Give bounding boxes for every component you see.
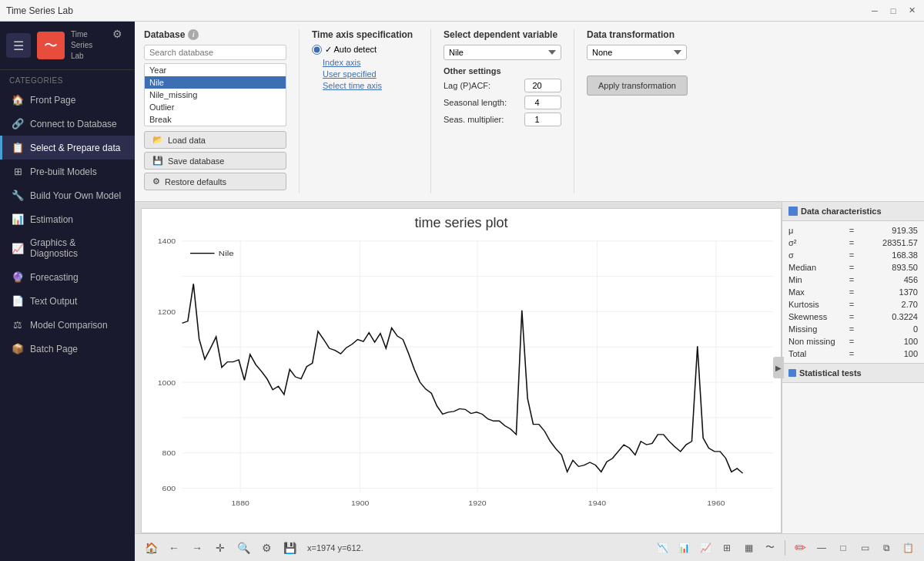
stat-non-missing: Non missing = 100 [782, 335, 924, 348]
sidebar-item-graphics-diag[interactable]: 📈 Graphics & Diagnostics [0, 231, 135, 265]
dependent-variable-select[interactable]: Nile Year Nile_missing Outlier Break [444, 45, 561, 60]
bar-chart-button[interactable]: 📊 [674, 538, 694, 558]
copy-button[interactable]: ⧉ [876, 538, 896, 558]
stat-median-value: 893.50 [857, 263, 918, 272]
folder-icon: 📂 [152, 135, 163, 145]
svg-text:1400: 1400 [158, 237, 176, 245]
time-axis-auto-radio[interactable] [312, 45, 322, 55]
title-bar: Time Series Lab ─ □ ✕ [0, 0, 924, 22]
sidebar-item-front-page[interactable]: 🏠 Front Page [0, 88, 135, 112]
data-char-label: Data characteristics [801, 207, 882, 216]
database-title: Database i [144, 29, 286, 40]
menu-button[interactable]: ☰ [6, 33, 31, 58]
sidebar-item-build-own[interactable]: 🔧 Build Your Own Model [0, 183, 135, 207]
restore-icon: ⚙ [152, 176, 160, 186]
graphics-diag-icon: 📈 [12, 243, 24, 254]
time-axis-auto[interactable]: ✓ Auto detect [312, 45, 418, 55]
seasonal-length-input[interactable] [524, 96, 561, 109]
save-toolbar-button[interactable]: 💾 [280, 538, 300, 558]
sidebar-item-prebuilt-models[interactable]: ⊞ Pre-built Models [0, 160, 135, 183]
eraser-button[interactable]: ✏ [790, 538, 810, 558]
minus-button[interactable]: — [812, 538, 832, 558]
seas-multiplier-input[interactable] [524, 113, 561, 126]
batch-page-icon: 📦 [12, 343, 24, 354]
logo-text-line2: Series [71, 40, 92, 51]
front-page-label: Front Page [30, 95, 75, 106]
area-chart-button[interactable]: 📈 [695, 538, 715, 558]
connect-db-label: Connect to Database [30, 119, 117, 129]
stat-sigma2-value: 28351.57 [857, 238, 918, 247]
scatter-chart-button[interactable]: ⊞ [717, 538, 737, 558]
stat-sigma-name: σ [788, 250, 846, 260]
wave-chart-button[interactable]: 〜 [760, 538, 780, 558]
maximize-button[interactable]: □ [887, 5, 899, 17]
close-button[interactable]: ✕ [906, 5, 918, 17]
minimize-button[interactable]: ─ [869, 5, 881, 17]
settings-toolbar-button[interactable]: ⚙ [256, 538, 276, 558]
sidebar-item-batch-page[interactable]: 📦 Batch Page [0, 337, 135, 361]
stat-skewness-name: Skewness [788, 312, 846, 321]
stat-median: Median = 893.50 [782, 261, 924, 274]
db-item-nile-missing[interactable]: Nile_missing [145, 89, 286, 101]
logo-text-line1: Time [71, 29, 92, 40]
gear-icon[interactable]: ⚙ [112, 28, 122, 40]
db-item-break[interactable]: Break [145, 113, 286, 126]
apply-transformation-button[interactable]: Apply transformation [587, 76, 688, 96]
column-chart-button[interactable]: ▦ [738, 538, 758, 558]
home-toolbar-button[interactable]: 🏠 [141, 538, 161, 558]
chart-area: time series plot 1400 1200 1000 800 [135, 202, 924, 533]
lag-pacf-label: Lag (P)ACF: [444, 81, 521, 90]
sidebar-item-connect-db[interactable]: 🔗 Connect to Database [0, 112, 135, 136]
svg-text:1960: 1960 [707, 499, 725, 507]
svg-text:1880: 1880 [231, 499, 249, 507]
transform-title: Data transformation [587, 29, 915, 40]
sidebar-item-select-prepare[interactable]: 📋 Select & Prepare data [0, 136, 135, 160]
db-item-nile[interactable]: Nile [145, 76, 286, 89]
model-comparison-label: Model Comparison [30, 320, 108, 331]
database-info-icon[interactable]: i [188, 29, 199, 40]
lag-pacf-input[interactable] [524, 79, 561, 92]
toolbar-separator [785, 540, 785, 556]
line-chart-button[interactable]: 📉 [652, 538, 672, 558]
back-toolbar-button[interactable]: ← [164, 538, 184, 558]
crosshair-toolbar-button[interactable]: ✛ [210, 538, 230, 558]
stat-max-name: Max [788, 287, 846, 297]
forecasting-icon: 🔮 [12, 271, 24, 283]
stat-sigma2: σ² = 28351.57 [782, 237, 924, 249]
select-prepare-icon: 📋 [12, 142, 24, 153]
load-data-button[interactable]: 📂 Load data [144, 131, 286, 149]
coordinates-display: x=1974 y=612. [307, 543, 363, 553]
sidebar-item-model-comparison[interactable]: ⚖ Model Comparison [0, 313, 135, 337]
user-specified-link[interactable]: User specified [323, 69, 418, 79]
categories-label: Categories [0, 70, 135, 88]
database-search-input[interactable] [144, 45, 286, 60]
prebuilt-models-label: Pre-built Models [30, 166, 97, 177]
restore-defaults-button[interactable]: ⚙ Restore defaults [144, 173, 286, 190]
rect-button[interactable]: ▭ [855, 538, 875, 558]
square-button[interactable]: □ [833, 538, 853, 558]
time-axis-section: Time axis specification ✓ Auto detect In… [299, 29, 418, 193]
select-time-axis-link[interactable]: Select time axis [323, 81, 418, 90]
data-characteristics-header: Data characteristics [782, 202, 924, 221]
sidebar-item-estimation[interactable]: 📊 Estimation [0, 207, 135, 231]
panel-toggle-button[interactable]: ▶ [773, 357, 784, 378]
svg-text:1200: 1200 [158, 308, 176, 316]
zoom-toolbar-button[interactable]: 🔍 [233, 538, 253, 558]
time-axis-title: Time axis specification [312, 29, 418, 40]
save-database-button[interactable]: 💾 Save database [144, 152, 286, 170]
sidebar-item-forecasting[interactable]: 🔮 Forecasting [0, 265, 135, 289]
stat-total-value: 100 [857, 349, 918, 358]
connect-db-icon: 🔗 [12, 118, 24, 129]
db-item-outlier[interactable]: Outlier [145, 101, 286, 113]
transformation-select[interactable]: None Log Diff Log+Diff [587, 45, 687, 60]
db-item-year[interactable]: Year [145, 64, 286, 76]
app-logo: 〜 [37, 32, 65, 59]
batch-page-label: Batch Page [30, 344, 78, 354]
paste-button[interactable]: 📋 [898, 538, 918, 558]
time-series-chart[interactable]: 1400 1200 1000 800 600 1880 1900 1920 19… [142, 234, 781, 519]
sidebar-item-text-output[interactable]: 📄 Text Output [0, 289, 135, 313]
forward-toolbar-button[interactable]: → [187, 538, 207, 558]
index-axis-link[interactable]: Index axis [323, 58, 418, 67]
statistical-tests-header[interactable]: Statistical tests [782, 363, 924, 383]
stat-sigma-value: 168.38 [857, 250, 918, 260]
